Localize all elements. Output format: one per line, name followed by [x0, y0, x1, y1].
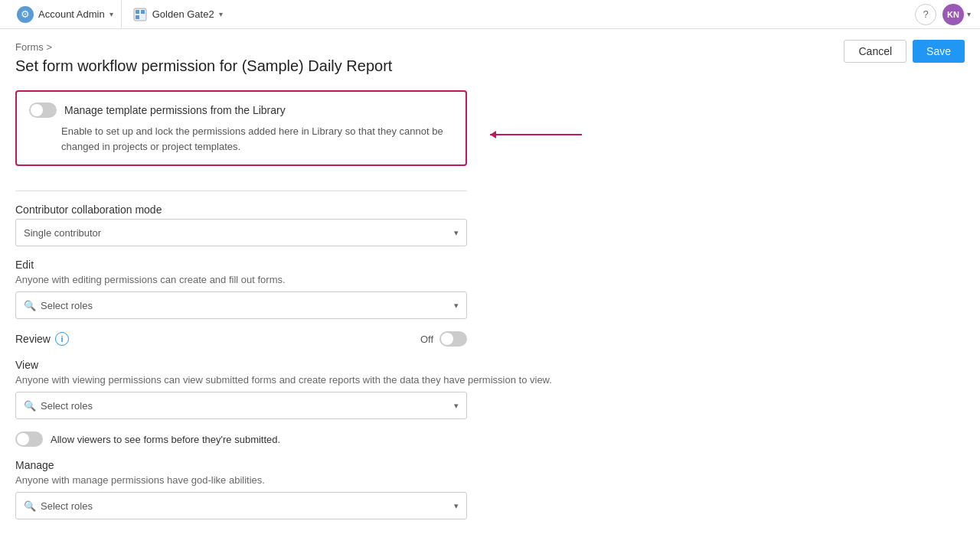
manage-search-prefix: 🔍 Select roles: [24, 500, 93, 512]
view-chevron-icon: ▾: [454, 401, 459, 411]
toggle-track: [29, 103, 57, 118]
cancel-button[interactable]: Cancel: [844, 40, 906, 63]
user-avatar[interactable]: KN: [942, 4, 964, 25]
svg-marker-5: [490, 131, 496, 138]
view-label: View: [15, 359, 949, 371]
review-toggle[interactable]: [439, 331, 467, 347]
manage-template-title: Manage template permissions from the Lib…: [64, 104, 286, 116]
review-right: Off: [420, 331, 467, 347]
manage-label: Manage: [15, 459, 949, 471]
view-roles-dropdown[interactable]: 🔍 Select roles ▾: [15, 392, 467, 419]
contributor-mode-dropdown[interactable]: Single contributor ▾: [15, 219, 467, 246]
edit-roles-placeholder: Select roles: [41, 300, 93, 311]
svg-rect-1: [136, 10, 139, 14]
review-toggle-thumb: [441, 333, 453, 345]
review-off-label: Off: [420, 334, 433, 345]
page-title: Set form workflow permission for (Sample…: [15, 57, 949, 75]
help-button[interactable]: ?: [915, 4, 936, 25]
edit-roles-dropdown[interactable]: 🔍 Select roles ▾: [15, 291, 467, 319]
account-chevron-icon: ▾: [109, 10, 113, 18]
allow-viewers-toggle[interactable]: [15, 431, 43, 447]
allow-viewers-label: Allow viewers to see forms before they'r…: [51, 434, 280, 445]
contributor-mode-value: Single contributor: [24, 227, 101, 239]
breadcrumb[interactable]: Forms >: [15, 41, 949, 53]
view-search-prefix: 🔍 Select roles: [24, 400, 93, 412]
contributor-mode-section: Contributor collaboration mode Single co…: [15, 203, 949, 246]
edit-section: Edit Anyone with editing permissions can…: [15, 259, 949, 319]
view-desc: Anyone with viewing permissions can view…: [15, 374, 949, 386]
project-label: Golden Gate2: [152, 8, 214, 20]
review-info-icon[interactable]: i: [55, 332, 69, 346]
breadcrumb-separator: >: [46, 41, 52, 53]
manage-search-icon: 🔍: [24, 500, 36, 512]
view-roles-placeholder: Select roles: [41, 400, 93, 412]
project-chevron-icon: ▾: [219, 10, 223, 18]
manage-template-toggle[interactable]: [29, 103, 57, 118]
edit-search-prefix: 🔍 Select roles: [24, 300, 93, 311]
arrow-annotation: [482, 127, 590, 142]
view-search-icon: 🔍: [24, 400, 36, 412]
review-label: Review: [15, 333, 51, 345]
manage-template-box: Manage template permissions from the Lib…: [15, 90, 467, 166]
edit-chevron-icon: ▾: [454, 301, 459, 311]
breadcrumb-parent: Forms: [15, 41, 44, 53]
section-divider: [15, 190, 467, 191]
svg-rect-3: [136, 15, 139, 19]
header-actions: Cancel Save: [844, 40, 965, 63]
account-label: Account Admin: [38, 8, 105, 20]
manage-roles-placeholder: Select roles: [41, 500, 93, 512]
manage-roles-dropdown[interactable]: 🔍 Select roles ▾: [15, 492, 467, 519]
edit-desc: Anyone with editing permissions can crea…: [15, 274, 949, 285]
manage-template-header: Manage template permissions from the Lib…: [29, 103, 453, 118]
svg-rect-2: [141, 10, 145, 14]
project-icon: [132, 7, 148, 22]
main-content: Forms > Set form workflow permission for…: [0, 29, 965, 544]
view-section: View Anyone with viewing permissions can…: [15, 359, 949, 447]
user-initials: KN: [947, 10, 959, 19]
toggle-thumb: [31, 104, 43, 116]
user-chevron-icon: ▾: [967, 10, 971, 18]
manage-chevron-icon: ▾: [454, 501, 459, 511]
contributor-chevron-icon: ▾: [454, 228, 459, 238]
account-admin-menu[interactable]: ⚙ Account Admin ▾: [9, 0, 122, 28]
manage-template-desc: Enable to set up and lock the permission…: [29, 124, 453, 154]
gear-icon: ⚙: [17, 6, 34, 23]
top-nav: ⚙ Account Admin ▾ Golden Gate2 ▾ ? KN ▾: [0, 0, 980, 29]
contributor-mode-label: Contributor collaboration mode: [15, 203, 949, 216]
project-menu[interactable]: Golden Gate2 ▾: [122, 0, 234, 28]
manage-section: Manage Anyone with manage permissions ha…: [15, 459, 949, 519]
help-icon: ?: [923, 8, 928, 20]
review-toggle-track: [439, 331, 467, 347]
review-left: Review i: [15, 332, 69, 346]
allow-viewers-track: [15, 431, 43, 447]
edit-search-icon: 🔍: [24, 300, 36, 311]
allow-viewers-row: Allow viewers to see forms before they'r…: [15, 431, 949, 447]
manage-desc: Anyone with manage permissions have god-…: [15, 474, 949, 486]
edit-label: Edit: [15, 259, 949, 271]
save-button[interactable]: Save: [913, 40, 965, 63]
allow-viewers-thumb: [17, 433, 29, 445]
review-section: Review i Off: [15, 331, 467, 347]
